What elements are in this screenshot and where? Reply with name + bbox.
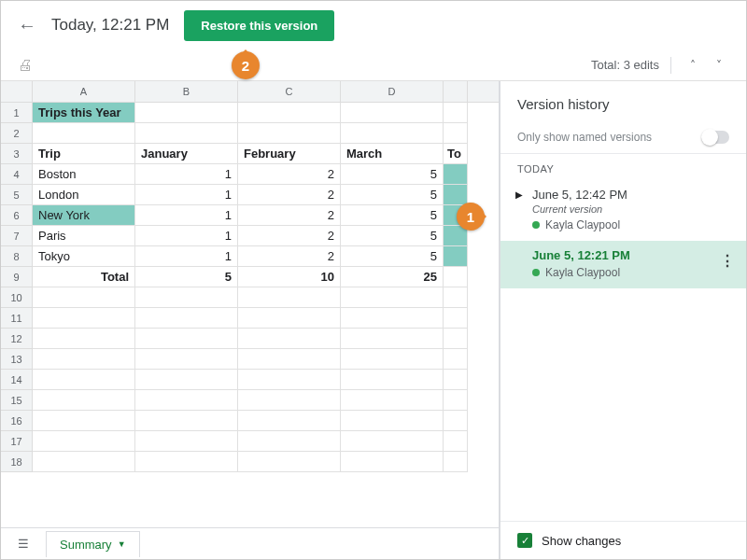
row-header[interactable]: 13 [1,349,33,370]
row-header[interactable]: 9 [1,267,33,287]
cell[interactable]: 1 [135,185,238,205]
expand-icon[interactable]: ▶ [515,189,523,200]
version-item[interactable]: June 5, 12:21 PMKayla Claypool⋮ [500,241,746,288]
cell[interactable] [341,390,444,411]
cell[interactable]: 2 [238,185,341,205]
next-edit-button[interactable]: ˅ [709,55,729,76]
cell[interactable] [238,329,341,349]
cell[interactable] [33,349,135,370]
cell[interactable] [238,431,341,452]
select-all-corner[interactable] [1,81,33,102]
cell[interactable] [238,452,341,472]
row-header[interactable]: 11 [1,308,33,329]
row-header[interactable]: 15 [1,390,33,411]
cell[interactable] [33,370,135,390]
cell[interactable]: 2 [238,164,341,185]
cell[interactable] [135,103,238,123]
cell[interactable] [33,287,135,308]
cell[interactable]: 2 [238,246,341,267]
cell[interactable]: 5 [341,205,444,226]
cell[interactable] [341,452,444,472]
prev-edit-button[interactable]: ˄ [683,55,703,76]
cell[interactable]: 10 [238,267,341,287]
cell[interactable]: 25 [341,267,444,287]
named-only-toggle[interactable] [701,131,729,144]
cell[interactable] [135,452,238,472]
cell[interactable] [135,123,238,144]
row-header[interactable]: 14 [1,370,33,390]
cell[interactable] [33,411,135,431]
row-header[interactable]: 7 [1,226,33,246]
cell[interactable]: 1 [135,226,238,246]
row-header[interactable]: 12 [1,329,33,349]
cell[interactable]: 5 [341,226,444,246]
cell[interactable]: 1 [135,246,238,267]
cell[interactable]: February [238,144,341,164]
cell[interactable] [135,370,238,390]
back-arrow-icon[interactable]: ← [18,15,36,36]
cell[interactable]: 2 [238,226,341,246]
cell[interactable]: 5 [341,246,444,267]
cell[interactable]: 5 [341,185,444,205]
cell[interactable] [33,308,135,329]
cell[interactable] [238,123,341,144]
cell[interactable]: 5 [341,164,444,185]
sheet-tab-summary[interactable]: Summary ▼ [46,531,140,557]
cell[interactable] [238,370,341,390]
cell[interactable]: New York [33,205,135,226]
row-header[interactable]: 16 [1,411,33,431]
version-item[interactable]: ▶June 5, 12:42 PMCurrent versionKayla Cl… [500,180,746,241]
cell[interactable]: 2 [238,205,341,226]
cell[interactable] [341,123,444,144]
cell[interactable] [238,411,341,431]
cell[interactable] [33,123,135,144]
cell[interactable] [135,431,238,452]
row-header[interactable]: 17 [1,431,33,452]
cell[interactable] [341,329,444,349]
cell[interactable]: Paris [33,226,135,246]
cell[interactable]: Boston [33,164,135,185]
restore-version-button[interactable]: Restore this version [184,10,334,41]
cell[interactable] [341,411,444,431]
cell[interactable] [341,370,444,390]
cell[interactable]: Trip [33,144,135,164]
row-header[interactable]: 1 [1,103,33,123]
cell[interactable]: 5 [135,267,238,287]
cell[interactable] [135,287,238,308]
cell[interactable] [341,431,444,452]
all-sheets-icon[interactable]: ☰ [10,533,36,554]
cell[interactable]: 1 [135,164,238,185]
show-changes-checkbox[interactable]: ✓ [517,533,532,548]
cell[interactable] [341,103,444,123]
cell[interactable] [135,349,238,370]
cell[interactable] [238,308,341,329]
column-header[interactable]: B [135,81,238,102]
cell[interactable] [238,349,341,370]
cell[interactable]: London [33,185,135,205]
cell[interactable]: January [135,144,238,164]
cell[interactable] [341,308,444,329]
row-header[interactable]: 3 [1,144,33,164]
row-header[interactable]: 6 [1,205,33,226]
cell[interactable] [135,411,238,431]
cell[interactable] [33,431,135,452]
cell[interactable] [238,103,341,123]
row-header[interactable]: 2 [1,123,33,144]
row-header[interactable]: 5 [1,185,33,205]
cell[interactable]: Tokyo [33,246,135,267]
column-header[interactable]: C [238,81,341,102]
cell[interactable]: 1 [135,205,238,226]
cell[interactable]: Total [33,267,135,287]
cell[interactable] [238,390,341,411]
cell[interactable]: Trips this Year [33,103,135,123]
row-header[interactable]: 18 [1,452,33,472]
cell[interactable] [33,329,135,349]
cell[interactable] [33,390,135,411]
row-header[interactable]: 8 [1,246,33,267]
cell[interactable] [341,287,444,308]
cell[interactable] [135,390,238,411]
more-icon[interactable]: ⋮ [720,252,735,270]
print-icon[interactable]: 🖨 [18,57,33,74]
grid[interactable]: 1Trips this Year23TripJanuaryFebruaryMar… [1,103,499,527]
cell[interactable]: March [341,144,444,164]
